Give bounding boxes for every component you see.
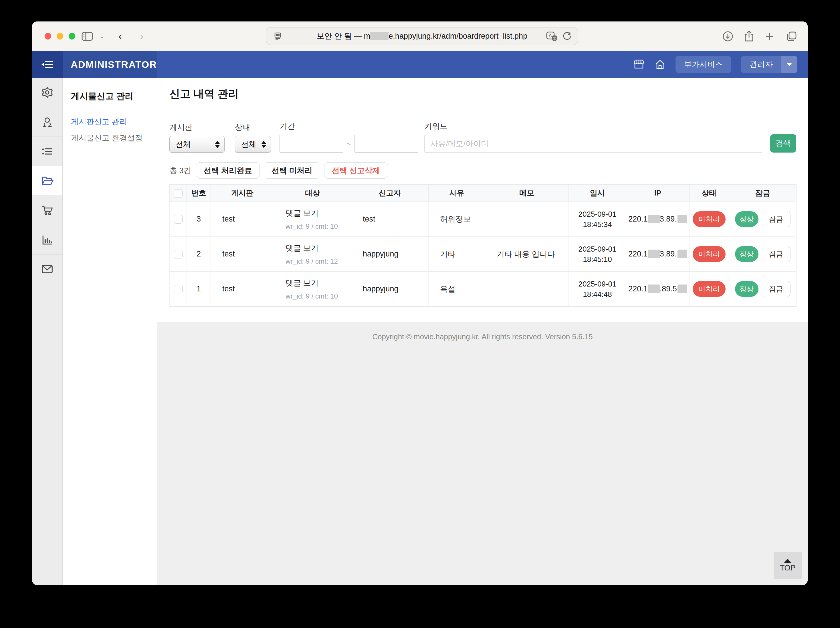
status-pending-badge[interactable]: 미처리 <box>693 281 726 297</box>
target-meta: wr_id: 9 / cmt: 12 <box>286 257 351 265</box>
col-lock: 잠금 <box>729 185 796 202</box>
report-table: 번호 게시판 대상 신고자 사유 메모 일시 IP 상태 잠금 <box>169 184 796 307</box>
row-checkbox-cell <box>170 237 187 272</box>
zoom-window-button[interactable] <box>69 33 75 40</box>
ip-redaction <box>648 285 660 293</box>
period-end-input[interactable] <box>354 135 418 153</box>
ip-redaction <box>648 250 660 258</box>
lock-button[interactable]: 잠금 <box>762 211 791 227</box>
sidebar-toggle-icon[interactable] <box>81 22 93 51</box>
sidebar-item-members[interactable] <box>32 108 62 137</box>
search-button[interactable]: 검색 <box>770 134 796 153</box>
submenu-item-report-settings[interactable]: 게시물신고 환경설정 <box>71 130 152 146</box>
total-count: 총 3건 <box>169 165 191 176</box>
icon-sidebar <box>32 78 63 585</box>
collapse-menu-button[interactable] <box>32 51 63 78</box>
period-filter-label: 기간 <box>279 121 343 131</box>
status-pending-badge[interactable]: 미처리 <box>693 211 726 227</box>
share-icon[interactable] <box>743 22 755 51</box>
select-arrows-icon <box>262 141 266 148</box>
brand-title: ADMINISTRATOR <box>71 59 157 70</box>
row-checkbox[interactable] <box>174 250 183 258</box>
cell-datetime: 2025-09-01 18:44:48 <box>569 272 626 307</box>
cell-ip: 220.13.89. <box>626 237 690 272</box>
submenu-item-board-report[interactable]: 게시판신고 관리 <box>71 114 152 130</box>
lock-button[interactable]: 잠금 <box>762 246 791 262</box>
bar-chart-icon <box>41 234 54 246</box>
cell-lock: 정상잠금 <box>729 272 796 307</box>
cell-ip: 220.1.89.5 <box>626 272 690 307</box>
home-icon[interactable] <box>654 59 666 70</box>
cell-reason: 허위정보 <box>429 202 485 237</box>
chevron-down-icon[interactable]: ⌄ <box>99 22 104 51</box>
state-normal-badge[interactable]: 정상 <box>735 246 758 262</box>
board-filter-select[interactable]: 전체 <box>169 136 224 153</box>
cell-datetime: 2025-09-01 18:45:10 <box>569 237 626 272</box>
view-comment-link[interactable]: 댓글 보기 <box>286 243 351 253</box>
reload-icon[interactable] <box>562 32 572 41</box>
select-all-checkbox[interactable] <box>174 189 183 198</box>
state-normal-badge[interactable]: 정상 <box>735 211 758 227</box>
cell-target: 댓글 보기 wr_id: 9 / cmt: 10 <box>274 272 351 307</box>
col-ip: IP <box>626 185 690 202</box>
col-datetime: 일시 <box>569 185 626 202</box>
col-reason: 사유 <box>429 185 485 202</box>
gear-icon <box>41 86 54 99</box>
keyword-input[interactable] <box>424 135 762 153</box>
admin-user-button[interactable]: 관리자 <box>741 56 797 73</box>
storefront-icon[interactable] <box>633 59 644 70</box>
ip-redaction <box>677 285 687 293</box>
arrow-up-icon <box>784 559 791 563</box>
sidebar-item-board[interactable] <box>32 137 62 166</box>
addon-service-button[interactable]: 부가서비스 <box>676 56 731 73</box>
admin-user-caret[interactable] <box>782 56 797 73</box>
caret-down-icon <box>786 63 792 66</box>
cell-board: test <box>211 202 274 237</box>
cell-no: 3 <box>187 202 211 237</box>
new-tab-icon[interactable] <box>764 22 775 51</box>
sidebar-item-mail[interactable] <box>32 255 62 284</box>
row-checkbox[interactable] <box>174 215 183 223</box>
col-memo: 메모 <box>485 185 569 202</box>
cell-memo <box>485 272 569 307</box>
address-bar[interactable]: 보안 안 됨 — me.happyjung.kr/adm/boardreport… <box>266 27 578 45</box>
status-filter-select[interactable]: 전체 <box>235 136 271 153</box>
forward-icon[interactable]: › <box>140 22 143 51</box>
minimize-window-button[interactable] <box>57 33 63 40</box>
scroll-top-button[interactable]: TOP <box>774 552 802 579</box>
cell-target: 댓글 보기 wr_id: 9 / cmt: 12 <box>274 237 351 272</box>
bulk-pending-button[interactable]: 선택 미처리 <box>264 162 320 179</box>
svg-text:A: A <box>549 33 552 38</box>
close-window-button[interactable] <box>45 33 51 40</box>
report-table-body: 3 test 댓글 보기 wr_id: 9 / cmt: 10 test 허위정… <box>170 202 796 307</box>
table-row: 1 test 댓글 보기 wr_id: 9 / cmt: 10 happyjun… <box>170 272 796 307</box>
footer-area: Copyright © movie.happyjung.kr. All righ… <box>157 322 808 585</box>
back-icon[interactable]: ‹ <box>118 22 122 51</box>
view-comment-link[interactable]: 댓글 보기 <box>286 208 351 218</box>
cell-no: 1 <box>187 272 211 307</box>
translate-icon[interactable]: A 文 <box>546 32 557 41</box>
cell-reason: 욕설 <box>429 272 485 307</box>
row-checkbox-cell <box>170 272 187 307</box>
row-checkbox[interactable] <box>174 285 183 293</box>
sidebar-item-report[interactable] <box>32 166 62 196</box>
period-start-input[interactable] <box>279 135 343 153</box>
tab-overview-icon[interactable] <box>786 22 797 51</box>
status-pending-badge[interactable]: 미처리 <box>693 246 726 262</box>
submenu-panel: 게시물신고 관리 게시판신고 관리 게시물신고 환경설정 <box>63 78 157 585</box>
bulk-delete-button[interactable]: 선택 신고삭제 <box>324 162 388 179</box>
lock-button[interactable]: 잠금 <box>762 281 791 297</box>
period-separator: ~ <box>346 136 351 153</box>
sidebar-item-settings[interactable] <box>32 78 62 108</box>
state-normal-badge[interactable]: 정상 <box>735 281 758 297</box>
reader-icon[interactable] <box>273 32 283 41</box>
cell-no: 2 <box>187 237 211 272</box>
cell-reporter: happyjung <box>351 272 429 307</box>
collapse-menu-icon <box>41 59 54 70</box>
view-comment-link[interactable]: 댓글 보기 <box>286 278 351 288</box>
sidebar-item-shop[interactable] <box>32 196 62 225</box>
sidebar-item-stats[interactable] <box>32 225 62 255</box>
target-meta: wr_id: 9 / cmt: 10 <box>286 292 351 300</box>
bulk-complete-button[interactable]: 선택 처리완료 <box>196 162 260 179</box>
download-icon[interactable] <box>722 22 734 51</box>
